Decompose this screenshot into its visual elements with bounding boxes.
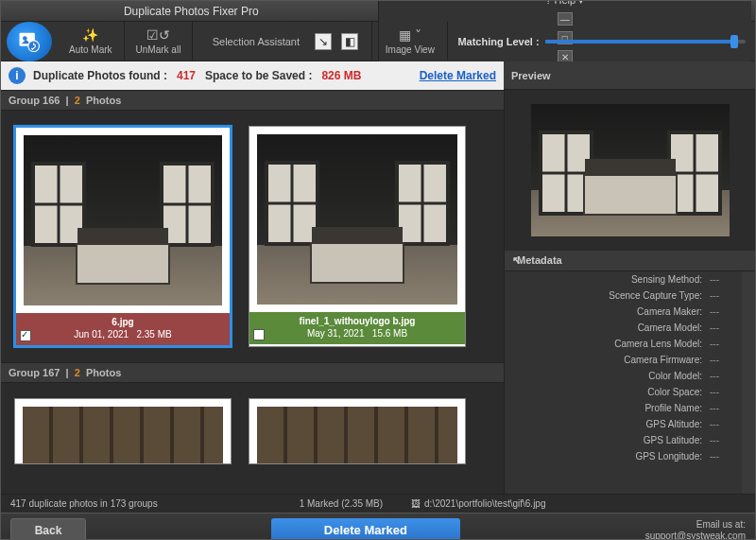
back-button[interactable]: Back [10,518,86,541]
app-logo [7,22,52,61]
thumb-card[interactable]: 6.jpg Jun 01, 2021 2.35 MB [14,126,232,347]
svg-point-2 [28,40,40,51]
meta-row: Camera Maker:--- [505,304,755,320]
assist-tool-2[interactable]: ◧ [341,33,358,50]
thumb-caption: 6.jpg Jun 01, 2021 2.35 MB [16,313,230,345]
matching-level-label: Matching Level : [457,36,539,47]
meta-row: Sensing Method:--- [505,271,755,287]
image-view-button[interactable]: ▦ ˅ Image View [372,22,448,61]
email-info: Email us at: support@systweak.com [645,519,746,541]
status-path: 🖼 d:\2021\portfolio\test\gif\6.jpg [411,498,545,509]
thumb-caption: finel_1_withouylogo b.jpg May 31, 2021 1… [249,312,465,344]
thumb-image [24,135,222,305]
selection-assistant: Selection Assistant ↘ ◧ [193,22,372,61]
meta-row: Color Space:--- [505,384,755,400]
dup-label: Duplicate Photos found : [33,69,167,82]
space-label: Space to be Saved : [205,69,312,82]
group-header-166[interactable]: Group 166 | 2 Photos [1,90,504,111]
group-header-167[interactable]: Group 167 | 2 Photos [1,362,504,383]
preview-header: Preview [504,61,755,90]
meta-row: Scence Capture Type:--- [505,287,755,304]
file-icon: 🖼 [411,498,421,509]
thumb-card[interactable] [249,398,466,464]
delete-marked-link[interactable]: Delete Marked [420,69,496,82]
image-view-label: Image View [386,44,435,55]
app-title: Duplicate Photos Fixer Pro [5,5,378,18]
results-pane: Group 166 | 2 Photos 6.jpg Jun 01, 2021 … [1,90,504,494]
matching-slider[interactable] [545,40,746,44]
auto-mark-label: Auto Mark [69,44,112,55]
meta-row: Profile Name:--- [505,400,755,416]
titlebar: Duplicate Photos Fixer Pro 🇺🇸▾ ⚙ Setting… [1,1,755,22]
preview-pane [505,90,755,251]
main-area: Group 166 | 2 Photos 6.jpg Jun 01, 2021 … [1,90,755,494]
selection-assistant-label: Selection Assistant [205,36,307,47]
metadata-header: ↖Metadata [505,251,755,271]
status-marked: 1 Marked (2.35 MB) [300,498,383,509]
meta-row: Camera Model:--- [505,320,755,336]
auto-mark-button[interactable]: ✨ Auto Mark [58,22,125,61]
thumb-card[interactable]: finel_1_withouylogo b.jpg May 31, 2021 1… [249,126,466,347]
group-166-thumbs: 6.jpg Jun 01, 2021 2.35 MB finel_1_witho… [1,111,504,362]
meta-row: Camera Firmware:--- [505,352,755,368]
thumb-card[interactable] [14,398,232,464]
meta-row: GPS Latitude:--- [505,432,755,448]
status-summary: 417 duplicate photos in 173 groups [10,498,158,509]
help-link[interactable]: ? Help ▾ [545,0,584,7]
thumb-image [257,407,457,464]
thumb-image [257,134,457,305]
assist-tool-1[interactable]: ↘ [315,33,332,50]
thumb-image [23,407,223,464]
scrollbar[interactable] [742,271,755,494]
meta-row: GPS Altitude:--- [505,416,755,432]
svg-point-1 [23,36,27,41]
unmark-icon: ☑↺ [146,27,170,43]
meta-row: Camera Lens Model:--- [505,336,755,352]
delete-marked-button[interactable]: Delete Marked [271,518,460,541]
space-value: 826 MB [321,69,361,82]
meta-row: Color Model:--- [505,368,755,384]
bottom-bar: Back Delete Marked Email us at: support@… [1,513,755,540]
grid-icon: ▦ ˅ [399,27,421,43]
metadata-list: Sensing Method:--- Scence Capture Type:-… [505,271,755,494]
wand-icon: ✨ [82,27,98,43]
meta-row: GPS Longitude:--- [505,448,755,464]
dup-count: 417 [177,69,196,82]
unmark-all-label: UnMark all [136,44,181,55]
thumb-checkbox[interactable] [20,330,31,341]
minimize-button[interactable]: — [558,12,573,26]
thumb-checkbox[interactable] [253,329,265,340]
info-bar: i Duplicate Photos found : 417 Space to … [1,61,504,90]
status-bar: 417 duplicate photos in 173 groups 1 Mar… [1,494,755,513]
group-167-thumbs [1,383,504,479]
side-panel: ↖Metadata Sensing Method:--- Scence Capt… [504,90,755,494]
unmark-all-button[interactable]: ☑↺ UnMark all [125,22,194,61]
info-icon: i [9,67,26,84]
matching-level: Matching Level : [448,36,755,47]
